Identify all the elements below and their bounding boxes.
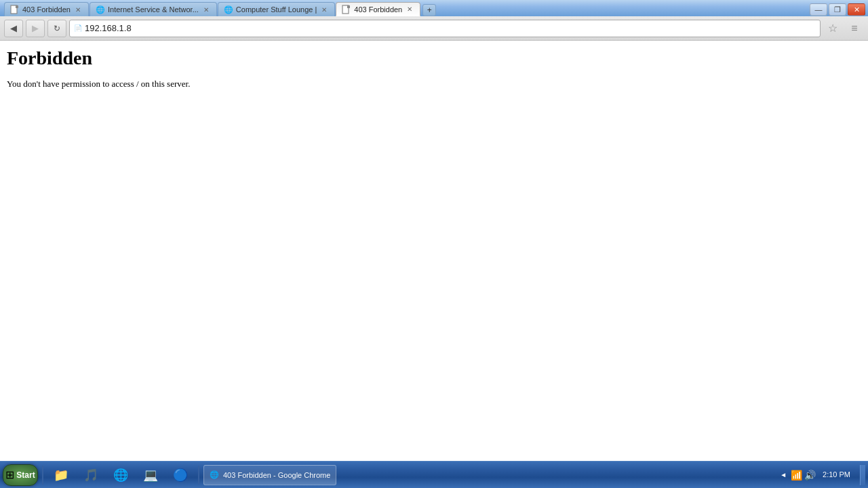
tray-expand-arrow[interactable]: ◄ [778, 470, 788, 480]
refresh-button[interactable]: ↻ [47, 20, 66, 37]
address-bar-container: 📄 [69, 20, 821, 37]
tab-close-4[interactable]: ✕ [405, 5, 414, 14]
chrome-icon: 🌐 [113, 468, 128, 483]
title-bar: 403 Forbidden ✕ 🌐 Internet Service & Net… [0, 0, 868, 16]
maximize-button[interactable]: ❐ [829, 3, 846, 16]
show-desktop-button[interactable] [860, 465, 865, 485]
address-bar-page-icon: 📄 [74, 24, 82, 32]
browser-tab-3[interactable]: 🌐 Computer Stuff Lounge | ✕ [218, 2, 335, 16]
taskbar-divider-2 [198, 466, 199, 485]
system-tray: ◄ 📶 🔊 2:10 PM [776, 470, 857, 481]
page-title: Forbidden [7, 47, 861, 69]
browser-tab-4[interactable]: 403 Forbidden ✕ [336, 2, 420, 16]
page-content: Forbidden You don't have permission to a… [0, 41, 868, 461]
explorer-icon: 📁 [54, 468, 68, 483]
app5-icon: 🔵 [173, 468, 188, 483]
close-button[interactable]: ✕ [848, 3, 865, 16]
volume-tray-icon: 🔊 [804, 470, 816, 481]
tab-label-4: 403 Forbidden [354, 5, 402, 14]
tabs-container: 403 Forbidden ✕ 🌐 Internet Service & Net… [3, 2, 810, 16]
tab-favicon-2: 🌐 [96, 5, 105, 14]
back-button[interactable]: ◀ [4, 20, 23, 37]
svg-marker-1 [16, 5, 18, 8]
taskbar-pinned-chrome[interactable]: 🌐 [107, 465, 134, 485]
page-message: You don't have permission to access / on… [7, 79, 861, 89]
tab-favicon-4 [342, 5, 351, 14]
bookmark-star-button[interactable]: ☆ [823, 20, 842, 37]
tab-label-2: Internet Service & Networ... [108, 5, 199, 14]
media-player-icon: 🎵 [83, 468, 98, 483]
running-app-icon: 🌐 [210, 470, 219, 479]
taskbar-pinned-app5[interactable]: 🔵 [167, 465, 194, 485]
tab-favicon-3: 🌐 [224, 5, 233, 14]
tab-favicon-1 [10, 5, 20, 14]
chrome-menu-button[interactable]: ≡ [845, 20, 864, 37]
taskbar-pinned-media[interactable]: 🎵 [77, 465, 104, 485]
taskbar-pinned-explorer[interactable]: 📁 [47, 465, 75, 485]
browser-tab-1[interactable]: 403 Forbidden ✕ [4, 2, 89, 16]
start-button-label: Start [16, 470, 35, 480]
browser-window: 403 Forbidden ✕ 🌐 Internet Service & Net… [0, 0, 868, 488]
running-app-label: 403 Forbidden - Google Chrome [223, 471, 330, 479]
taskbar: ⊞ Start 📁 🎵 🌐 💻 🔵 🌐 403 Forbidden - Goog… [0, 461, 868, 488]
computer-icon: 💻 [143, 468, 158, 483]
forward-button[interactable]: ▶ [26, 20, 45, 37]
window-controls: — ❐ ✕ [810, 3, 868, 16]
tab-close-3[interactable]: ✕ [319, 5, 329, 14]
tab-label-1: 403 Forbidden [22, 5, 71, 14]
tab-close-1[interactable]: ✕ [73, 5, 83, 14]
tab-label-3: Computer Stuff Lounge | [236, 5, 317, 14]
tray-icons: 📶 🔊 [791, 470, 816, 481]
start-button[interactable]: ⊞ Start [3, 464, 38, 486]
taskbar-divider [42, 466, 43, 485]
tab-close-2[interactable]: ✕ [201, 5, 211, 14]
address-bar-input[interactable] [85, 23, 816, 33]
network-tray-icon: 📶 [791, 470, 802, 481]
svg-marker-3 [347, 5, 350, 8]
browser-tab-2[interactable]: 🌐 Internet Service & Networ... ✕ [90, 2, 217, 16]
taskbar-pinned-computer[interactable]: 💻 [137, 465, 164, 485]
system-clock[interactable]: 2:10 PM [818, 470, 854, 479]
taskbar-running-chrome[interactable]: 🌐 403 Forbidden - Google Chrome [203, 465, 336, 485]
browser-toolbar: ◀ ▶ ↻ 📄 ☆ ≡ [0, 16, 868, 41]
minimize-button[interactable]: — [810, 3, 827, 16]
new-tab-button[interactable]: + [422, 4, 436, 16]
windows-orb-icon: ⊞ [5, 468, 14, 481]
